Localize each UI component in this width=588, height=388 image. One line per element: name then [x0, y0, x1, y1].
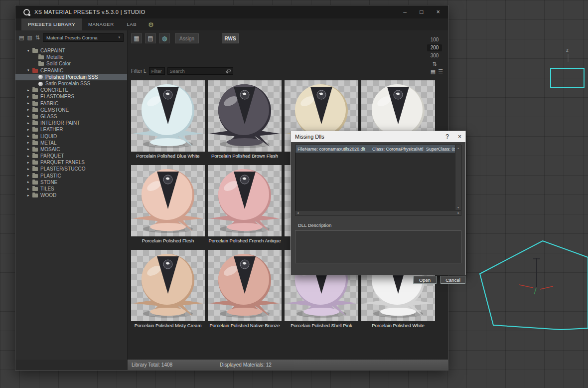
tree-item[interactable]: ▸ FABRIC [15, 100, 127, 107]
tree-expander[interactable]: ▸ [27, 167, 32, 171]
viewport-selection-rect [551, 68, 584, 87]
tree-item[interactable]: Metallic [15, 54, 127, 60]
search-input[interactable] [167, 67, 233, 75]
scroll-right-icon[interactable]: ▸ [457, 211, 459, 215]
scroll-down-icon[interactable]: ▾ [457, 205, 459, 209]
tab[interactable]: PRESETS LIBRARY [21, 18, 82, 30]
tree-item[interactable]: ▸ LEATHER [15, 126, 127, 133]
tree-item[interactable]: ▸ PLASTER/STUCCO [15, 166, 127, 172]
list-horizontal-scrollbar[interactable]: ◂ ▸ [295, 210, 461, 216]
folder-icon [32, 49, 38, 53]
tree-expander[interactable]: ▸ [27, 174, 32, 178]
thumbnail-grid-icon[interactable]: ▦ [131, 33, 142, 43]
list-vertical-scrollbar[interactable]: ▴ ▾ [455, 145, 461, 210]
tree-expander[interactable]: ▸ [27, 101, 32, 105]
tab[interactable]: MANAGER [82, 18, 121, 30]
tree-item[interactable]: ▸ MOSAIC [15, 146, 127, 153]
folder-icon [32, 194, 38, 197]
material-card[interactable]: Porcelain Polished Blue White [131, 80, 205, 160]
material-card[interactable]: Porcelain Polished Flesh [131, 165, 205, 245]
tree-expander[interactable]: ▸ [27, 134, 32, 138]
tree-expander[interactable]: ▸ [27, 194, 32, 197]
close-button[interactable]: × [437, 8, 440, 15]
filter-category-input[interactable] [149, 67, 165, 75]
tree-item[interactable]: ▸ METAL [15, 140, 127, 146]
missing-dll-list[interactable]: FileName: coronamaxutils2020.dlt Class: … [295, 145, 461, 210]
open-button[interactable]: Open [413, 276, 437, 284]
assign-button[interactable]: Assign [175, 33, 199, 43]
tree-expander[interactable]: ▸ [27, 114, 32, 118]
tree-expander[interactable]: ▸ [27, 121, 32, 125]
rws-button[interactable]: RWS [222, 33, 239, 43]
folder-icon [32, 69, 38, 73]
sort-icon[interactable]: ⇅ [427, 61, 442, 67]
tree-expander[interactable]: ▾ [27, 49, 32, 53]
grid-view-icon[interactable]: ▦ [431, 68, 436, 75]
tree-item-label: METAL [40, 140, 57, 146]
library-toolbar: ▦ ▤ ◍ Assign RWS [128, 32, 239, 45]
tree-item[interactable]: ▸ LIQUID [15, 133, 127, 139]
material-card[interactable]: Porcelain Polished Misty Cream [131, 250, 205, 330]
tree-item[interactable]: ▸ WOOD [15, 192, 127, 198]
missing-dll-row[interactable]: FileName: coronamaxutils2020.dlt Class: … [295, 145, 455, 153]
tree-item-label: LIQUID [40, 134, 57, 139]
tree-item[interactable]: ▸ GLASS [15, 113, 127, 120]
tree-item[interactable]: ▸ PARQUET PANELS [15, 159, 127, 166]
render-sphere-icon[interactable]: ◍ [159, 33, 170, 43]
layout-cascade-icon[interactable]: ▤ [19, 35, 24, 40]
tree-item[interactable]: ▾ CERAMIC [15, 67, 127, 74]
material-card[interactable]: Porcelain Polished French Antique [208, 165, 282, 245]
library-dropdown[interactable]: Material Presets Corona ▾ [43, 33, 124, 42]
thumb-size-button[interactable]: 300 [427, 52, 442, 59]
tree-item[interactable]: ▸ CONCRETE [15, 87, 127, 93]
compare-view-icon[interactable]: ▤ [145, 33, 156, 43]
tree-item-label: WOOD [40, 193, 56, 198]
tree-item[interactable]: ▾ CARPAINT [15, 47, 127, 54]
tree-item[interactable]: ▸ PLASTIC [15, 173, 127, 179]
maximize-button[interactable]: □ [420, 8, 424, 15]
material-card[interactable]: Porcelain Polished Native Bronze [208, 250, 282, 330]
folder-icon [32, 95, 38, 99]
folder-icon [32, 88, 38, 92]
tree-expander[interactable]: ▸ [27, 108, 32, 112]
dialog-titlebar[interactable]: Missing Dlls ? × [291, 131, 465, 142]
titlebar[interactable]: XS MATERIAL PRESETS v.5.3.0 | STUDIO – □… [15, 5, 448, 18]
tree-expander[interactable]: ▸ [27, 147, 32, 151]
tree-item[interactable]: ▸ STONE [15, 179, 127, 186]
tree-expander[interactable]: ▾ [27, 68, 32, 72]
dialog-help-button[interactable]: ? [445, 133, 449, 140]
tree-item[interactable]: ▸ ELASTOMERS [15, 93, 127, 100]
settings-gear-icon[interactable]: ⚙ [148, 21, 154, 28]
tree-expander[interactable]: ▸ [27, 141, 32, 145]
material-card[interactable]: Porcelain Polished Brown Flesh [208, 80, 282, 160]
tree-expander[interactable]: ▸ [27, 128, 32, 132]
tree-expander[interactable]: ▸ [27, 187, 32, 191]
tree-expander[interactable]: ▸ [27, 161, 32, 165]
material-name: Porcelain Polished White [361, 321, 435, 330]
tree-expander[interactable]: ▸ [27, 95, 32, 99]
tree-item[interactable]: Polished Porcelain SSS [15, 74, 127, 80]
thumb-size-button[interactable]: 200 [427, 44, 442, 51]
tab[interactable]: LAB [121, 18, 143, 30]
layout-columns-icon[interactable]: ▥ [27, 35, 32, 40]
sort-tree-icon[interactable]: ⇅ [35, 35, 40, 40]
tree-expander[interactable]: ▸ [27, 180, 32, 184]
minimize-button[interactable]: – [403, 8, 407, 15]
tree-expander[interactable]: ▸ [27, 88, 32, 92]
tree-item[interactable]: ▸ TILES [15, 186, 127, 192]
dialog-close-button[interactable]: × [458, 133, 461, 140]
cancel-button[interactable]: Cancel [441, 276, 465, 284]
chevron-down-icon: ▾ [118, 35, 120, 39]
tree-item[interactable]: ▸ PARQUET [15, 153, 127, 159]
material-name: Porcelain Polished Brown Flesh [208, 152, 282, 160]
tree-item[interactable]: Satin Porcelain SSS [15, 80, 127, 87]
tree-item[interactable]: ▸ INTERIOR PAINT [15, 120, 127, 126]
scroll-left-icon[interactable]: ◂ [297, 211, 299, 215]
tree-item[interactable]: ▸ GEMSTONE [15, 107, 127, 113]
list-view-icon[interactable]: ☰ [438, 68, 443, 75]
scroll-up-icon[interactable]: ▴ [457, 146, 459, 150]
tree-expander[interactable]: ▸ [27, 154, 32, 158]
thumb-size-button[interactable]: 100 [427, 36, 442, 43]
tree-item[interactable]: Solid Color [15, 60, 127, 67]
missing-dlls-dialog: Missing Dlls ? × FileName: coronamaxutil… [291, 131, 466, 275]
